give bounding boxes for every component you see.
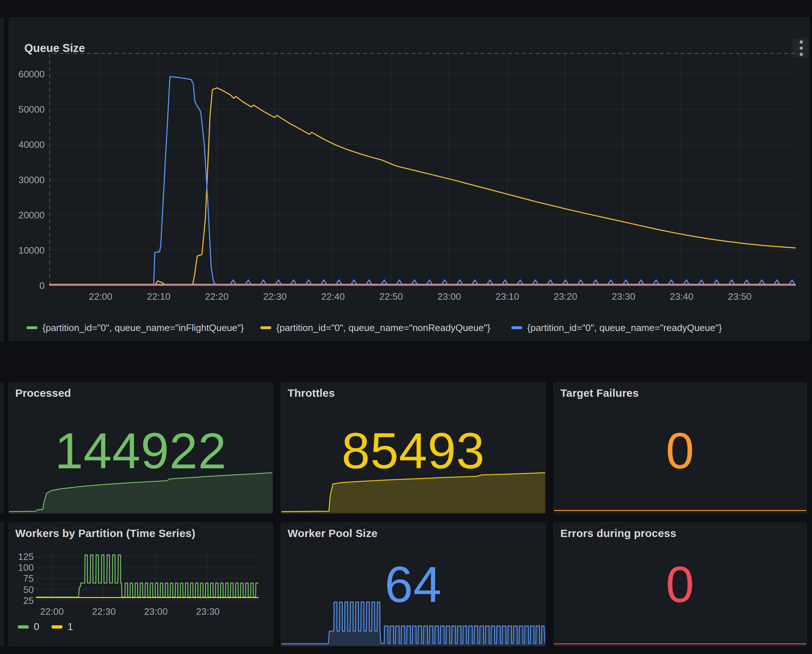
- panel-title: Errors during process: [560, 527, 676, 539]
- panel-queue-size: Queue Size 01000020000300004000050000600…: [9, 17, 809, 341]
- panel-title: Worker Pool Size: [288, 527, 378, 539]
- legend-label: {partition_id="1", queue_name="readyQueu…: [527, 339, 722, 342]
- panel-throttles: Throttles 85493: [281, 382, 546, 514]
- y-tick-label: 40000: [9, 139, 45, 150]
- legend-item[interactable]: 1: [52, 621, 73, 633]
- chart-legend: {partition_id="0", queue_name="inFlightQ…: [26, 322, 722, 334]
- y-tick-label: 50: [15, 584, 34, 595]
- legend-item[interactable]: 0: [18, 621, 39, 633]
- legend-label: {partition_id="0", queue_name="nonReadyQ…: [276, 322, 490, 333]
- x-tick-label: 23:10: [482, 291, 533, 302]
- panel-target-failures: Target Failures 0: [553, 382, 807, 514]
- y-tick-label: 0: [9, 280, 45, 291]
- x-tick-label: 22:30: [249, 291, 300, 302]
- x-tick-label: 23:50: [714, 291, 765, 302]
- legend-swatch: [511, 326, 522, 329]
- x-tick-label: 23:30: [598, 291, 649, 302]
- x-tick-label: 23:00: [424, 291, 475, 302]
- legend-swatch: [52, 625, 63, 628]
- panel-processed: Processed 144922: [8, 382, 273, 514]
- x-tick-label: 22:50: [366, 291, 417, 302]
- stat-value: 144922: [9, 425, 273, 476]
- legend-label: 1: [67, 621, 73, 633]
- y-tick-label: 25: [15, 595, 34, 606]
- legend-label: {partition_id="1", queue_name="inFlightQ…: [43, 339, 244, 342]
- x-tick-label: 22:30: [78, 606, 129, 617]
- stat-value: 0: [554, 425, 807, 476]
- panel-errors-during-process: Errors during process 0: [553, 523, 807, 646]
- legend-label: 0: [34, 621, 39, 633]
- y-tick-label: 60000: [9, 69, 45, 79]
- legend-item[interactable]: {partition_id="0", queue_name="nonReadyQ…: [260, 322, 511, 333]
- legend-item[interactable]: {partition_id="1", queue_name="readyQueu…: [511, 339, 722, 342]
- legend-swatch: [26, 326, 37, 329]
- legend-item[interactable]: {partition_id="0", queue_name="inFlightQ…: [26, 322, 260, 333]
- x-tick-label: 22:10: [133, 291, 184, 302]
- x-tick-label: 23:20: [540, 291, 591, 302]
- legend-item[interactable]: {partition_id="0", queue_name="readyQueu…: [511, 322, 722, 333]
- x-tick-label: 23:40: [656, 291, 707, 302]
- panel-title: Queue Size: [24, 42, 85, 55]
- y-tick-label: 10000: [9, 245, 45, 256]
- panel-workers-by-partition: Workers by Partition (Time Series) 01 12…: [8, 523, 273, 646]
- panel-title: Throttles: [288, 387, 335, 399]
- panel-edge-sliver: [0, 523, 4, 646]
- y-tick-label: 100: [15, 562, 34, 573]
- legend-swatch: [18, 625, 29, 628]
- panel-title: Workers by Partition (Time Series): [15, 527, 195, 539]
- chart-legend: 01: [18, 620, 85, 633]
- panel-title: Target Failures: [560, 387, 639, 399]
- grafana-dashboard: Queue Size 01000020000300004000050000600…: [0, 0, 812, 654]
- panel-edge-sliver: [0, 17, 4, 341]
- x-tick-label: 23:00: [130, 606, 181, 617]
- panel-edge-sliver: [0, 382, 4, 514]
- x-tick-label: 22:00: [75, 291, 126, 302]
- y-tick-label: 50000: [9, 104, 45, 115]
- kebab-menu-icon: [800, 40, 803, 56]
- x-tick-label: 22:40: [308, 291, 359, 302]
- x-tick-label: 23:30: [182, 606, 233, 617]
- x-tick-label: 22:20: [191, 291, 242, 302]
- stat-value: 85493: [281, 425, 545, 476]
- legend-item[interactable]: {partition_id="1", queue_name="inFlightQ…: [26, 339, 260, 342]
- y-tick-label: 75: [15, 573, 34, 584]
- legend-label: {partition_id="0", queue_name="readyQueu…: [527, 322, 722, 333]
- panel-title: Processed: [15, 387, 71, 399]
- y-tick-label: 30000: [9, 174, 45, 185]
- stat-value: 0: [554, 559, 807, 610]
- stat-value: 64: [281, 559, 545, 610]
- x-tick-label: 22:00: [26, 606, 77, 617]
- legend-label: {partition_id="0", queue_name="inFlightQ…: [43, 322, 244, 333]
- legend-swatch: [260, 326, 271, 329]
- panel-worker-pool-size: Worker Pool Size 64: [281, 523, 546, 646]
- y-tick-label: 125: [15, 551, 34, 562]
- chart-legend: {partition_id="1", queue_name="inFlightQ…: [26, 338, 722, 341]
- panel-menu-button[interactable]: [793, 38, 809, 58]
- legend-item[interactable]: {partition_id="1", queue_name="nonReadyQ…: [260, 339, 511, 342]
- legend-label: {partition_id="1", queue_name="nonReadyQ…: [276, 339, 490, 342]
- y-tick-label: 20000: [9, 209, 45, 220]
